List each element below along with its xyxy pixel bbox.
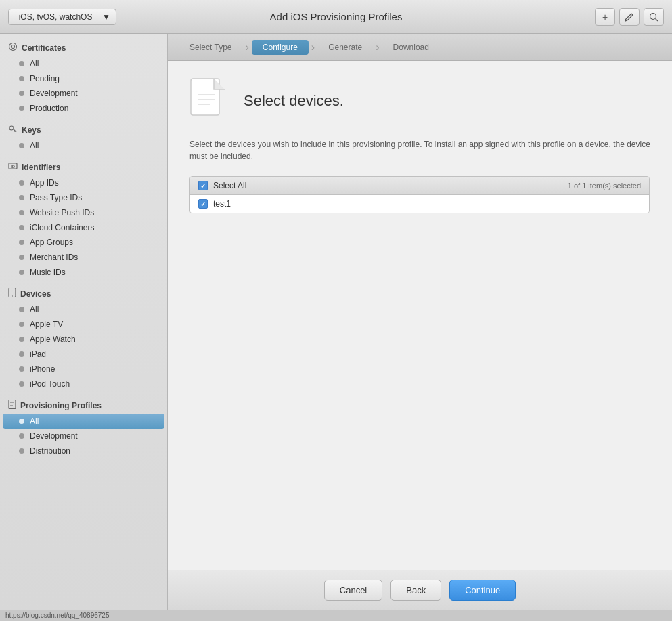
id-icon: ID	[8, 161, 18, 173]
sidebar-item-ipad[interactable]: iPad	[0, 347, 167, 362]
key-icon	[8, 124, 18, 135]
page-header: Select devices.	[189, 77, 650, 125]
page-description: Select the devices you wish to include i…	[189, 138, 650, 163]
sidebar-item-pp-distribution[interactable]: Distribution	[0, 444, 167, 458]
sidebar-section-keys: Keys	[0, 119, 167, 138]
sidebar-section-identifiers: ID Identifiers	[0, 156, 167, 175]
sidebar-item-pp-development[interactable]: Development	[0, 429, 167, 444]
select-all-checkbox[interactable]	[198, 181, 208, 190]
top-bar: iOS, tvOS, watchOS ▼ Add iOS Provisionin…	[0, 0, 672, 34]
device-name-test1: test1	[213, 199, 231, 209]
sidebar-item-appids[interactable]: App IDs	[0, 175, 167, 190]
main-layout: Certificates All Pending Development Pro…	[0, 34, 672, 610]
sidebar-item-cert-development[interactable]: Development	[0, 86, 167, 101]
svg-point-2	[9, 43, 17, 51]
cancel-button[interactable]: Cancel	[324, 580, 382, 601]
sidebar-item-cert-all[interactable]: All	[0, 56, 167, 71]
sidebar-item-iphone[interactable]: iPhone	[0, 362, 167, 377]
sidebar-item-applewatch[interactable]: Apple Watch	[0, 332, 167, 347]
svg-point-4	[9, 126, 14, 130]
svg-point-3	[12, 45, 15, 49]
add-button[interactable]: +	[595, 8, 615, 26]
table-header-row: Select All 1 of 1 item(s) selected	[190, 177, 649, 195]
content-area: Select Type › Configure › Generate › Dow…	[168, 34, 672, 610]
continue-button[interactable]: Continue	[449, 580, 516, 601]
sidebar-item-websitepushids[interactable]: Website Push IDs	[0, 205, 167, 220]
url-text: https://blog.csdn.net/qq_40896725	[5, 612, 109, 619]
svg-text:ID: ID	[11, 165, 16, 169]
step-select-type: Select Type	[179, 40, 242, 55]
sidebar-item-cert-pending[interactable]: Pending	[0, 71, 167, 86]
device-table: Select All 1 of 1 item(s) selected test1	[189, 176, 650, 213]
sidebar: Certificates All Pending Development Pro…	[0, 34, 168, 610]
steps-bar: Select Type › Configure › Generate › Dow…	[168, 34, 672, 61]
table-row: test1	[190, 195, 649, 213]
svg-line-1	[656, 18, 658, 21]
provprofiles-label: Provisioning Profiles	[20, 401, 102, 410]
platform-dropdown[interactable]: iOS, tvOS, watchOS ▼	[8, 9, 116, 25]
sidebar-item-passtypeids[interactable]: Pass Type IDs	[0, 190, 167, 205]
step-download: Download	[382, 40, 440, 55]
document-icon	[189, 77, 230, 125]
sidebar-section-provprofiles: Provisioning Profiles	[0, 394, 167, 414]
window-title: Add iOS Provisioning Profiles	[270, 11, 403, 22]
identifiers-label: Identifiers	[22, 163, 60, 172]
page-title: Select devices.	[244, 92, 344, 110]
edit-button[interactable]	[619, 8, 640, 26]
devices-label: Devices	[20, 289, 51, 299]
sidebar-item-merchantids[interactable]: Merchant IDs	[0, 250, 167, 265]
profile-icon	[8, 400, 16, 411]
svg-point-0	[650, 13, 656, 19]
step-configure: Configure	[252, 40, 309, 55]
count-label: 1 of 1 item(s) selected	[568, 181, 641, 190]
step-arrow-1: ›	[245, 41, 248, 53]
sidebar-item-musicids[interactable]: Music IDs	[0, 265, 167, 280]
search-button[interactable]	[644, 8, 664, 26]
sidebar-item-appletv[interactable]: Apple TV	[0, 317, 167, 332]
device-checkbox-test1[interactable]	[198, 199, 208, 209]
sidebar-item-ipodtouch[interactable]: iPod Touch	[0, 377, 167, 391]
url-bar: https://blog.csdn.net/qq_40896725	[0, 610, 672, 621]
step-arrow-3: ›	[376, 41, 379, 53]
platform-value: iOS, tvOS, watchOS	[19, 12, 93, 22]
step-arrow-2: ›	[311, 41, 315, 53]
device-icon	[8, 288, 16, 299]
toolbar-buttons: +	[595, 8, 664, 26]
chevron-down-icon: ▼	[102, 12, 110, 22]
bottom-bar: Cancel Back Continue	[168, 570, 672, 610]
page-content: Select devices. Select the devices you w…	[168, 61, 672, 570]
sidebar-item-dev-all[interactable]: All	[0, 302, 167, 317]
select-all-label: Select All	[213, 181, 568, 190]
certificate-icon	[8, 42, 18, 53]
sidebar-section-certificates: Certificates	[0, 37, 167, 56]
sidebar-item-cert-production[interactable]: Production	[0, 101, 167, 116]
keys-label: Keys	[22, 125, 41, 135]
certificates-label: Certificates	[22, 43, 66, 53]
sidebar-item-keys-all[interactable]: All	[0, 138, 167, 153]
sidebar-item-pp-all[interactable]: All	[3, 414, 164, 429]
sidebar-item-appgroups[interactable]: App Groups	[0, 235, 167, 250]
sidebar-section-devices: Devices	[0, 282, 167, 302]
step-generate: Generate	[317, 40, 373, 55]
back-button[interactable]: Back	[390, 580, 441, 601]
sidebar-item-icloudcontainers[interactable]: iCloud Containers	[0, 220, 167, 235]
